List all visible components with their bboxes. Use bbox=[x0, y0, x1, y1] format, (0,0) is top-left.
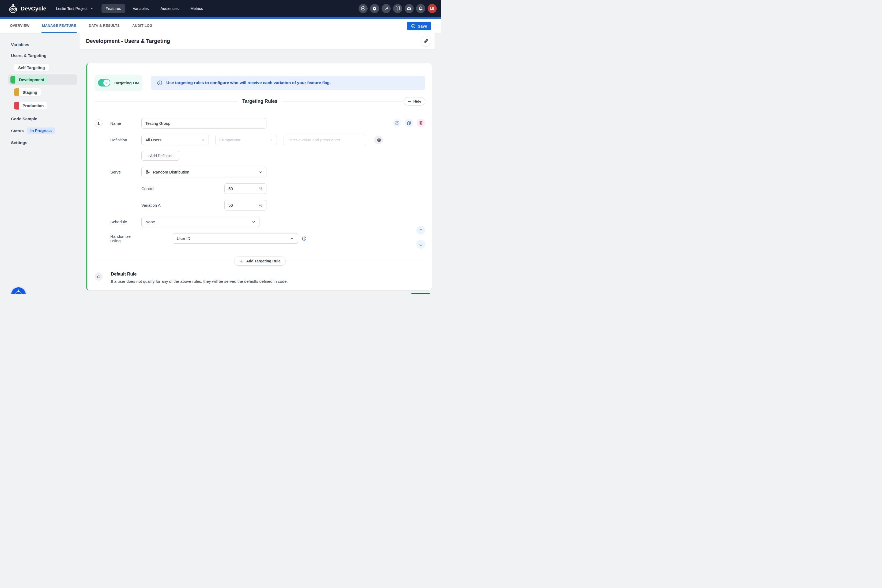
brand-name: DevCycle bbox=[21, 5, 46, 12]
definition-value: All Users bbox=[146, 138, 162, 142]
env-color-swatch-production bbox=[14, 102, 19, 110]
status-badge: In Progress bbox=[27, 128, 55, 134]
page-title: Development - Users & Targeting bbox=[86, 38, 170, 44]
targeting-rule-1: 1 Name Definition All Users Comparator bbox=[94, 118, 425, 244]
percent-sign: % bbox=[259, 203, 262, 207]
rule-name-input[interactable] bbox=[141, 118, 266, 129]
copy-link-button[interactable] bbox=[421, 36, 431, 46]
arrow-down-icon bbox=[418, 242, 423, 247]
comparator-placeholder: Comparator bbox=[219, 138, 240, 142]
sidebar-env-staging[interactable]: Staging bbox=[14, 88, 41, 96]
definition-value-input[interactable] bbox=[284, 135, 366, 145]
move-rule-up-button[interactable] bbox=[416, 226, 425, 234]
add-targeting-rule-button[interactable]: Add Targeting Rule bbox=[234, 256, 285, 266]
env-label-production: Production bbox=[19, 104, 47, 108]
key-icon bbox=[384, 6, 388, 11]
env-label-staging: Staging bbox=[19, 90, 41, 94]
primary-nav: Features Variables Audiences Metrics bbox=[102, 4, 207, 13]
hide-label: Hide bbox=[413, 99, 421, 104]
divider-line bbox=[94, 101, 237, 102]
chevron-down-icon bbox=[259, 170, 262, 174]
distribution-input-control[interactable]: 50 % bbox=[224, 183, 266, 194]
targeting-toggle[interactable] bbox=[98, 79, 110, 87]
feature-tabbar: OVERVIEW MANAGE FEATURE DATA & RESULTS A… bbox=[0, 19, 441, 33]
project-selector[interactable]: Leslie Test Project bbox=[56, 6, 93, 11]
targeting-toggle-label: Targeting ON bbox=[114, 81, 139, 85]
save-button[interactable]: Save bbox=[407, 22, 431, 30]
user-avatar[interactable]: LE bbox=[428, 4, 437, 13]
sidebar-item-code-sample[interactable]: Code Sample bbox=[11, 116, 80, 121]
hide-rules-button[interactable]: Hide bbox=[404, 97, 425, 105]
definition-select[interactable]: All Users bbox=[141, 135, 209, 145]
accent-strip bbox=[0, 17, 441, 19]
percent-sign: % bbox=[259, 186, 262, 191]
sidebar-env-development[interactable]: Development bbox=[8, 74, 77, 85]
distribution-value: 50 bbox=[228, 186, 233, 191]
nav-item-features[interactable]: Features bbox=[102, 4, 125, 13]
clear-definition-button[interactable] bbox=[374, 135, 383, 144]
devcycle-logo[interactable]: DevCycle bbox=[8, 4, 46, 14]
tab-overview[interactable]: OVERVIEW bbox=[9, 19, 30, 33]
sidebar-env-production[interactable]: Production bbox=[14, 102, 47, 110]
default-rule-description: If a user does not qualify for any of th… bbox=[111, 279, 288, 284]
sidebar-item-users-targeting[interactable]: Users & Targeting bbox=[11, 53, 80, 58]
nav-item-metrics[interactable]: Metrics bbox=[186, 4, 207, 13]
add-targeting-rule-label: Add Targeting Rule bbox=[246, 259, 280, 263]
top-nav-actions: LE bbox=[358, 4, 437, 13]
docs-button[interactable] bbox=[393, 4, 402, 13]
top-navigation: DevCycle Leslie Test Project Features Va… bbox=[0, 0, 441, 17]
randomize-info-icon[interactable] bbox=[302, 236, 307, 241]
distribution-input-variation-a[interactable]: 50 % bbox=[224, 200, 266, 210]
robot-logo-icon bbox=[8, 4, 18, 14]
api-keys-button[interactable] bbox=[381, 4, 391, 13]
discord-button[interactable] bbox=[405, 4, 414, 13]
check-circle-icon bbox=[411, 24, 416, 28]
add-circle-button[interactable] bbox=[358, 4, 368, 13]
distribution-label-control: Control bbox=[141, 186, 154, 191]
feature-tabs: OVERVIEW MANAGE FEATURE DATA & RESULTS A… bbox=[9, 19, 153, 33]
delete-rule-button[interactable] bbox=[417, 118, 425, 127]
notifications-button[interactable] bbox=[416, 4, 425, 13]
schedule-value: None bbox=[146, 220, 155, 224]
sidebar-item-self-targeting[interactable]: Self-Targeting bbox=[14, 64, 49, 71]
environment-header: Development - Users & Targeting bbox=[80, 33, 435, 49]
targeting-rules-title: Targeting Rules bbox=[237, 99, 282, 104]
gear-icon bbox=[372, 6, 377, 11]
arrow-up-icon bbox=[418, 228, 423, 232]
tab-data-results[interactable]: DATA & RESULTS bbox=[88, 19, 120, 33]
status-label[interactable]: Status bbox=[11, 128, 24, 134]
distribution-value: 50 bbox=[228, 203, 233, 207]
default-rule-title: Default Rule bbox=[111, 272, 288, 277]
bottom-right-button-partial[interactable] bbox=[411, 293, 431, 294]
randomize-using-select[interactable]: User ID bbox=[173, 233, 298, 244]
tab-audit-log[interactable]: AUDIT LOG bbox=[132, 19, 153, 33]
randomize-using-label: Randomize Using bbox=[110, 234, 141, 243]
lock-icon-circle bbox=[94, 272, 103, 280]
bell-icon bbox=[418, 6, 423, 11]
rule-actions bbox=[393, 118, 425, 127]
minus-icon bbox=[408, 100, 411, 103]
plus-circle-icon bbox=[361, 6, 366, 11]
add-definition-button[interactable]: + Add Definition bbox=[141, 151, 179, 160]
chevron-down-icon bbox=[201, 138, 205, 142]
sidebar-item-variables[interactable]: Variables bbox=[11, 42, 80, 47]
trash-icon bbox=[418, 120, 423, 125]
serve-select[interactable]: Random Distribution bbox=[141, 167, 266, 177]
project-name: Leslie Test Project bbox=[56, 6, 87, 11]
nav-item-variables[interactable]: Variables bbox=[129, 4, 153, 13]
serve-label: Serve bbox=[110, 170, 141, 174]
workspace: Variables Users & Targeting Self-Targeti… bbox=[0, 33, 441, 294]
move-rule-down-button[interactable] bbox=[416, 240, 425, 249]
schedule-select[interactable]: None bbox=[141, 217, 260, 227]
nav-item-audiences[interactable]: Audiences bbox=[156, 4, 183, 13]
targeting-rules-divider: Targeting Rules Hide bbox=[94, 97, 425, 105]
users-icon bbox=[394, 120, 399, 126]
serve-value: Random Distribution bbox=[153, 170, 189, 174]
comparator-select[interactable]: Comparator bbox=[215, 135, 277, 145]
targeting-toggle-box: Targeting ON bbox=[94, 75, 142, 91]
duplicate-rule-button[interactable] bbox=[405, 118, 413, 127]
settings-button[interactable] bbox=[370, 4, 379, 13]
tab-manage-feature[interactable]: MANAGE FEATURE bbox=[42, 19, 76, 33]
audience-users-button[interactable] bbox=[393, 118, 401, 127]
sidebar-item-settings[interactable]: Settings bbox=[11, 140, 80, 145]
